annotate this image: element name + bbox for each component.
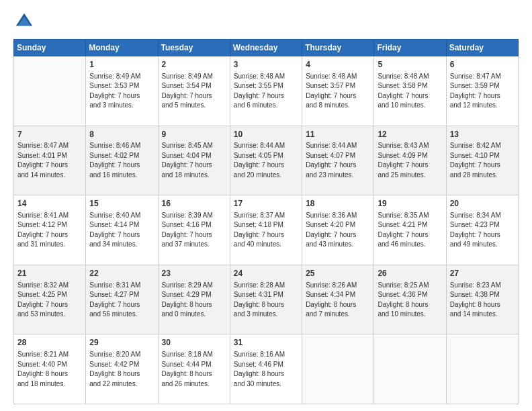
day-info: Sunrise: 8:45 AMSunset: 4:04 PMDaylight:… (162, 141, 226, 180)
day-info: Sunrise: 8:48 AMSunset: 3:55 PMDaylight:… (234, 72, 298, 111)
day-info: Sunrise: 8:39 AMSunset: 4:16 PMDaylight:… (162, 211, 226, 250)
calendar-cell: 12Sunrise: 8:43 AMSunset: 4:09 PMDayligh… (374, 126, 446, 195)
day-info: Sunrise: 8:29 AMSunset: 4:29 PMDaylight:… (162, 281, 226, 320)
day-info: Sunrise: 8:35 AMSunset: 4:21 PMDaylight:… (378, 211, 442, 250)
day-number: 20 (450, 198, 515, 210)
calendar-cell: 4Sunrise: 8:48 AMSunset: 3:57 PMDaylight… (302, 56, 374, 126)
calendar-cell: 31Sunrise: 8:16 AMSunset: 4:46 PMDayligh… (230, 334, 302, 404)
day-header-wednesday: Wednesday (230, 40, 302, 56)
calendar-cell (446, 334, 518, 404)
day-number: 4 (306, 59, 370, 71)
day-number: 28 (17, 337, 82, 349)
day-number: 31 (234, 337, 298, 349)
calendar-table: SundayMondayTuesdayWednesdayThursdayFrid… (13, 39, 519, 404)
day-info: Sunrise: 8:49 AMSunset: 3:53 PMDaylight:… (89, 72, 154, 111)
calendar-cell: 10Sunrise: 8:44 AMSunset: 4:05 PMDayligh… (230, 126, 302, 195)
day-info: Sunrise: 8:37 AMSunset: 4:18 PMDaylight:… (234, 211, 298, 250)
day-number: 8 (89, 129, 154, 140)
calendar-cell: 5Sunrise: 8:48 AMSunset: 3:58 PMDaylight… (374, 56, 446, 126)
day-number: 12 (378, 129, 442, 140)
day-info: Sunrise: 8:28 AMSunset: 4:31 PMDaylight:… (234, 281, 298, 320)
day-info: Sunrise: 8:49 AMSunset: 3:54 PMDaylight:… (162, 72, 226, 111)
day-info: Sunrise: 8:36 AMSunset: 4:20 PMDaylight:… (306, 211, 370, 250)
day-info: Sunrise: 8:23 AMSunset: 4:38 PMDaylight:… (450, 281, 515, 320)
day-info: Sunrise: 8:43 AMSunset: 4:09 PMDaylight:… (378, 141, 442, 180)
calendar-cell: 18Sunrise: 8:36 AMSunset: 4:20 PMDayligh… (302, 195, 374, 265)
day-header-monday: Monday (86, 40, 158, 56)
day-number: 16 (162, 198, 226, 210)
day-info: Sunrise: 8:46 AMSunset: 4:02 PMDaylight:… (89, 141, 154, 180)
day-number: 10 (234, 129, 298, 140)
day-info: Sunrise: 8:21 AMSunset: 4:40 PMDaylight:… (17, 350, 82, 389)
calendar-cell: 21Sunrise: 8:32 AMSunset: 4:25 PMDayligh… (14, 265, 86, 334)
week-row-3: 14Sunrise: 8:41 AMSunset: 4:12 PMDayligh… (14, 195, 519, 265)
calendar-cell: 6Sunrise: 8:47 AMSunset: 3:59 PMDaylight… (446, 56, 518, 126)
logo-icon (15, 12, 34, 31)
calendar-cell: 11Sunrise: 8:44 AMSunset: 4:07 PMDayligh… (302, 126, 374, 195)
day-number: 22 (89, 268, 154, 279)
calendar-cell: 2Sunrise: 8:49 AMSunset: 3:54 PMDaylight… (158, 56, 230, 126)
calendar-cell: 24Sunrise: 8:28 AMSunset: 4:31 PMDayligh… (230, 265, 302, 334)
day-number: 13 (450, 129, 515, 140)
week-row-1: 1Sunrise: 8:49 AMSunset: 3:53 PMDaylight… (14, 56, 519, 126)
day-number: 14 (17, 198, 82, 210)
day-info: Sunrise: 8:16 AMSunset: 4:46 PMDaylight:… (234, 350, 298, 389)
day-info: Sunrise: 8:41 AMSunset: 4:12 PMDaylight:… (17, 211, 82, 250)
calendar-cell: 16Sunrise: 8:39 AMSunset: 4:16 PMDayligh… (158, 195, 230, 265)
day-header-thursday: Thursday (302, 40, 374, 56)
calendar-cell: 27Sunrise: 8:23 AMSunset: 4:38 PMDayligh… (446, 265, 518, 334)
day-number: 5 (378, 59, 442, 71)
calendar-cell: 30Sunrise: 8:18 AMSunset: 4:44 PMDayligh… (158, 334, 230, 404)
day-info: Sunrise: 8:48 AMSunset: 3:57 PMDaylight:… (306, 72, 370, 111)
calendar-cell: 8Sunrise: 8:46 AMSunset: 4:02 PMDaylight… (86, 126, 158, 195)
day-number: 30 (162, 337, 226, 349)
day-number: 2 (162, 59, 226, 71)
calendar-cell: 19Sunrise: 8:35 AMSunset: 4:21 PMDayligh… (374, 195, 446, 265)
day-number: 26 (378, 268, 442, 279)
calendar-cell: 13Sunrise: 8:42 AMSunset: 4:10 PMDayligh… (446, 126, 518, 195)
day-info: Sunrise: 8:48 AMSunset: 3:58 PMDaylight:… (378, 72, 442, 111)
calendar-header: SundayMondayTuesdayWednesdayThursdayFrid… (14, 40, 519, 56)
day-number: 25 (306, 268, 370, 279)
day-info: Sunrise: 8:34 AMSunset: 4:23 PMDaylight:… (450, 211, 515, 250)
calendar-cell (374, 334, 446, 404)
day-number: 23 (162, 268, 226, 279)
day-info: Sunrise: 8:42 AMSunset: 4:10 PMDaylight:… (450, 141, 515, 180)
day-number: 19 (378, 198, 442, 210)
calendar-cell: 1Sunrise: 8:49 AMSunset: 3:53 PMDaylight… (86, 56, 158, 126)
calendar-cell (302, 334, 374, 404)
day-info: Sunrise: 8:20 AMSunset: 4:42 PMDaylight:… (89, 350, 154, 389)
day-number: 7 (17, 129, 82, 140)
day-number: 6 (450, 59, 515, 71)
logo (13, 12, 34, 34)
calendar-cell: 9Sunrise: 8:45 AMSunset: 4:04 PMDaylight… (158, 126, 230, 195)
day-number: 17 (234, 198, 298, 210)
day-info: Sunrise: 8:25 AMSunset: 4:36 PMDaylight:… (378, 281, 442, 320)
day-header-tuesday: Tuesday (158, 40, 230, 56)
day-number: 24 (234, 268, 298, 279)
calendar-cell: 28Sunrise: 8:21 AMSunset: 4:40 PMDayligh… (14, 334, 86, 404)
header-row: SundayMondayTuesdayWednesdayThursdayFrid… (14, 40, 519, 56)
calendar-body: 1Sunrise: 8:49 AMSunset: 3:53 PMDaylight… (14, 56, 519, 404)
calendar-cell: 22Sunrise: 8:31 AMSunset: 4:27 PMDayligh… (86, 265, 158, 334)
day-info: Sunrise: 8:47 AMSunset: 4:01 PMDaylight:… (17, 141, 82, 180)
calendar-cell (14, 56, 86, 126)
calendar-cell: 14Sunrise: 8:41 AMSunset: 4:12 PMDayligh… (14, 195, 86, 265)
day-number: 1 (89, 59, 154, 71)
day-number: 9 (162, 129, 226, 140)
day-number: 3 (234, 59, 298, 71)
day-number: 18 (306, 198, 370, 210)
calendar-cell: 25Sunrise: 8:26 AMSunset: 4:34 PMDayligh… (302, 265, 374, 334)
calendar-cell: 15Sunrise: 8:40 AMSunset: 4:14 PMDayligh… (86, 195, 158, 265)
calendar-cell: 29Sunrise: 8:20 AMSunset: 4:42 PMDayligh… (86, 334, 158, 404)
week-row-5: 28Sunrise: 8:21 AMSunset: 4:40 PMDayligh… (14, 334, 519, 404)
day-number: 29 (89, 337, 154, 349)
day-info: Sunrise: 8:31 AMSunset: 4:27 PMDaylight:… (89, 281, 154, 320)
calendar-cell: 7Sunrise: 8:47 AMSunset: 4:01 PMDaylight… (14, 126, 86, 195)
day-number: 21 (17, 268, 82, 279)
day-info: Sunrise: 8:44 AMSunset: 4:05 PMDaylight:… (234, 141, 298, 180)
day-number: 11 (306, 129, 370, 140)
week-row-4: 21Sunrise: 8:32 AMSunset: 4:25 PMDayligh… (14, 265, 519, 334)
week-row-2: 7Sunrise: 8:47 AMSunset: 4:01 PMDaylight… (14, 126, 519, 195)
day-header-friday: Friday (374, 40, 446, 56)
